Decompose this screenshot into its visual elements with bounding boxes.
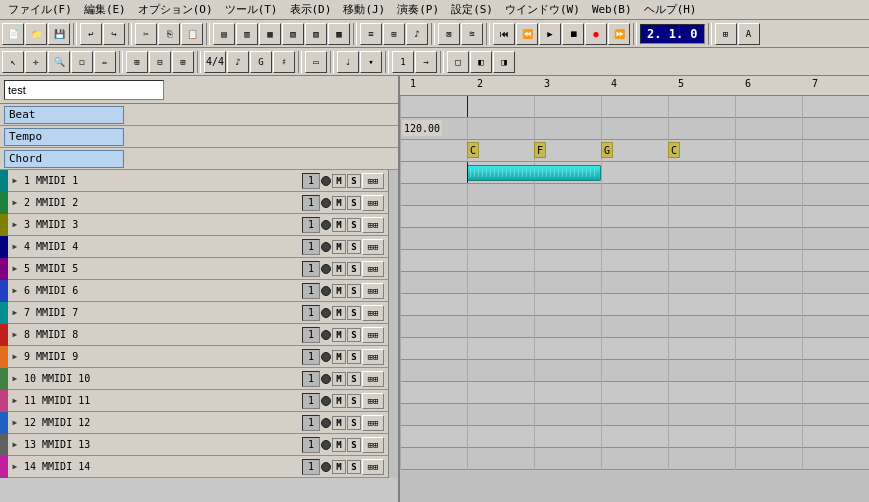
track-solo-btn-7[interactable]: S [347,306,361,320]
track-expand-5[interactable]: ▶ [8,258,22,280]
chord-marker-C-5[interactable]: C [668,142,680,158]
midi-block-1[interactable] [467,165,601,181]
track-solo-btn-12[interactable]: S [347,416,361,430]
key-g-button[interactable]: G [250,51,272,73]
track-solo-btn-3[interactable]: S [347,218,361,232]
track-expand-4[interactable]: ▶ [8,236,22,258]
track-expand-2[interactable]: ▶ [8,192,22,214]
track-mute-btn-9[interactable]: M [332,350,346,364]
arr-midi-row-11[interactable] [400,382,869,404]
track-scroll-7[interactable] [388,302,398,324]
track-icon-btn-7[interactable]: ⊞⊞ [362,305,384,321]
track-mute-light-5[interactable] [321,264,331,274]
chord-marker-F-3[interactable]: F [534,142,546,158]
timesig-button[interactable]: 4/4 [204,51,226,73]
tb11[interactable]: ♪ [406,23,428,45]
track-scroll-10[interactable] [388,368,398,390]
track-mute-light-8[interactable] [321,330,331,340]
track-solo-btn-6[interactable]: S [347,284,361,298]
track-mute-btn-4[interactable]: M [332,240,346,254]
tb3[interactable]: ▤ [213,23,235,45]
track-solo-btn-14[interactable]: S [347,460,361,474]
key-button[interactable]: ♪ [227,51,249,73]
menu-item-settings[interactable]: 設定(S) [445,0,499,19]
arr-midi-row-8[interactable] [400,316,869,338]
play-button[interactable]: ▶ [539,23,561,45]
menu-item-file[interactable]: ファイル(F) [2,0,78,19]
snap-button[interactable]: ⊞ [126,51,148,73]
track-mute-light-1[interactable] [321,176,331,186]
save-button[interactable]: 💾 [48,23,70,45]
track-mute-btn-10[interactable]: M [332,372,346,386]
arr-midi-row-9[interactable] [400,338,869,360]
track-solo-btn-5[interactable]: S [347,262,361,276]
track-icon-btn-11[interactable]: ⊞⊞ [362,393,384,409]
track-mute-light-3[interactable] [321,220,331,230]
tb13[interactable]: ≋ [461,23,483,45]
arr-midi-row-7[interactable] [400,294,869,316]
track-icon-btn-10[interactable]: ⊞⊞ [362,371,384,387]
track-mute-light-11[interactable] [321,396,331,406]
arr-midi-row-10[interactable] [400,360,869,382]
tb2-7[interactable]: ♯ [273,51,295,73]
tb12[interactable]: ⊠ [438,23,460,45]
menu-item-window[interactable]: ウインドウ(W) [499,0,586,19]
track-mute-btn-1[interactable]: M [332,174,346,188]
tb2-14[interactable]: ◧ [470,51,492,73]
tb8[interactable]: ▩ [328,23,350,45]
tempo-label[interactable]: Tempo [4,128,124,146]
next-button[interactable]: ⏩ [608,23,630,45]
track-solo-btn-9[interactable]: S [347,350,361,364]
menu-item-play[interactable]: 演奏(P) [391,0,445,19]
chord-marker-C-2[interactable]: C [467,142,479,158]
paste-button[interactable]: 📋 [181,23,203,45]
menu-item-edit[interactable]: 編集(E) [78,0,132,19]
track-mute-light-2[interactable] [321,198,331,208]
tb4[interactable]: ▥ [236,23,258,45]
track-scroll-5[interactable] [388,258,398,280]
grid-button[interactable]: ⊟ [149,51,171,73]
track-icon-btn-12[interactable]: ⊞⊞ [362,415,384,431]
new-button[interactable]: 📄 [2,23,24,45]
tb10[interactable]: ⊞ [383,23,405,45]
arr-chord-row[interactable]: CFGC [400,140,869,162]
tb21[interactable]: A [738,23,760,45]
arr-midi-row-12[interactable] [400,404,869,426]
arr-midi-row-2[interactable] [400,184,869,206]
arr-midi-row-1[interactable] [400,162,869,184]
track-mute-light-10[interactable] [321,374,331,384]
track-mute-light-14[interactable] [321,462,331,472]
record-button[interactable]: ● [585,23,607,45]
track-expand-8[interactable]: ▶ [8,324,22,346]
cut-button[interactable]: ✂ [135,23,157,45]
track-icon-btn-6[interactable]: ⊞⊞ [362,283,384,299]
erase-tool[interactable]: ◻ [71,51,93,73]
track-icon-btn-14[interactable]: ⊞⊞ [362,459,384,475]
track-expand-13[interactable]: ▶ [8,434,22,456]
tb2-12[interactable]: → [415,51,437,73]
track-expand-14[interactable]: ▶ [8,456,22,478]
track-mute-btn-13[interactable]: M [332,438,346,452]
arrangement-area[interactable]: 120.00CFGC [400,96,869,502]
copy-button[interactable]: ⎘ [158,23,180,45]
track-icon-btn-2[interactable]: ⊞⊞ [362,195,384,211]
track-mute-btn-14[interactable]: M [332,460,346,474]
track-scroll-12[interactable] [388,412,398,434]
track-mute-btn-3[interactable]: M [332,218,346,232]
track-scroll-14[interactable] [388,456,398,478]
arr-midi-row-13[interactable] [400,426,869,448]
track-solo-btn-13[interactable]: S [347,438,361,452]
arr-beat-row[interactable] [400,96,869,118]
move-tool[interactable]: ✛ [25,51,47,73]
tb5[interactable]: ▦ [259,23,281,45]
select-tool[interactable]: ↖ [2,51,24,73]
track-mute-btn-5[interactable]: M [332,262,346,276]
prev-button[interactable]: ⏪ [516,23,538,45]
tb2-9[interactable]: ♩ [337,51,359,73]
track-expand-9[interactable]: ▶ [8,346,22,368]
track-icon-btn-13[interactable]: ⊞⊞ [362,437,384,453]
track-icon-btn-3[interactable]: ⊞⊞ [362,217,384,233]
track-mute-light-12[interactable] [321,418,331,428]
track-icon-btn-8[interactable]: ⊞⊞ [362,327,384,343]
menu-item-tools[interactable]: ツール(T) [219,0,284,19]
